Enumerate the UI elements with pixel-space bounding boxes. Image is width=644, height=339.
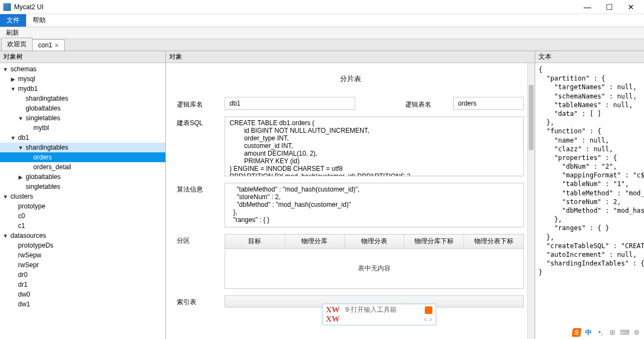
center-scrollbar[interactable] — [527, 63, 535, 339]
th-table-idx: 物理分表下标 — [464, 235, 523, 248]
tree-item-c1[interactable]: c1 — [0, 221, 165, 231]
tree-item-label: dw1 — [18, 300, 30, 308]
partition-table-empty: 表中无内容 — [225, 249, 524, 289]
tree-toggle-icon[interactable]: ▶ — [17, 174, 24, 180]
text-panel-header: 文本 — [535, 51, 644, 63]
tree-item-dw0[interactable]: dw0 — [0, 289, 165, 299]
tree-item-singletables[interactable]: ▼ singletables — [0, 113, 165, 123]
maximize-button[interactable]: ☐ — [604, 3, 615, 11]
tab-con1[interactable]: con1 ✕ — [32, 39, 65, 51]
tree-item-singletables[interactable]: singletables — [0, 182, 165, 192]
ime-candidate[interactable]: XW — [326, 315, 340, 324]
tree-item-prototype[interactable]: prototype — [0, 201, 165, 211]
tree-item-prototypeDs[interactable]: prototypeDs — [0, 241, 165, 250]
tab-label: 欢迎页 — [7, 40, 27, 49]
tree-toggle-icon[interactable]: ▼ — [2, 233, 9, 239]
partition-table-header: 目标 物理分库 物理分表 物理分库下标 物理分表下标 — [225, 234, 524, 249]
close-button[interactable]: ✕ — [626, 3, 636, 11]
tree-item-label: rwSepr — [18, 261, 39, 269]
tab-close-icon[interactable]: ✕ — [54, 42, 59, 48]
tree-item-rwSepw[interactable]: rwSepw — [0, 250, 165, 260]
tree-item-label: shardingtables — [26, 144, 68, 151]
tree-item-label: db1 — [18, 134, 29, 141]
tree-toggle-icon[interactable]: ▼ — [2, 194, 9, 200]
label-index-table: 索引表 — [177, 295, 215, 307]
tab-label: con1 — [38, 41, 52, 49]
tray-grid-icon[interactable]: ⊞ — [608, 328, 617, 337]
tree-item-clusters[interactable]: ▼ clusters — [0, 192, 165, 201]
tree-item-globaltables[interactable]: ▶ globaltables — [0, 172, 165, 182]
tree-item-dr0[interactable]: dr0 — [0, 270, 165, 280]
tree-item-label: rwSepw — [18, 251, 41, 259]
tree-item-label: dr1 — [18, 281, 27, 288]
tree-toggle-icon[interactable]: ▼ — [2, 66, 9, 72]
tree-item-label: c1 — [18, 222, 25, 230]
label-create-sql: 建表SQL — [177, 116, 215, 128]
tree-toggle-icon[interactable]: ▼ — [17, 145, 24, 151]
menu-help[interactable]: 帮助 — [26, 14, 52, 27]
tree-item-c0[interactable]: c0 — [0, 211, 165, 221]
tray-dots-icon[interactable]: •, — [596, 328, 605, 337]
label-table: 逻辑表名 — [405, 98, 443, 109]
input-schema[interactable] — [225, 97, 355, 110]
tree-item-globaltables[interactable]: globaltables — [0, 103, 165, 113]
tree-item-dw1[interactable]: dw1 — [0, 299, 165, 309]
tree-toggle-icon[interactable]: ▼ — [10, 86, 16, 92]
tray-settings-icon[interactable]: ⚙ — [632, 328, 641, 337]
system-tray: S 中 •, ⊞ ⌨ ⚙ — [572, 328, 641, 337]
tree-item-label: dr0 — [18, 271, 27, 279]
tree-item-mytbl[interactable]: mytbl — [0, 123, 165, 133]
window-titlebar: Mycat2 UI — ☐ ✕ — [0, 0, 644, 14]
textarea-algo[interactable] — [225, 183, 524, 227]
sidebar: 对象树 ▼ schemas▶ mysql▼ mydb1 shardingtabl… — [0, 51, 166, 339]
tree-item-label: clusters — [10, 193, 33, 200]
tab-welcome[interactable]: 欢迎页 — [1, 38, 33, 51]
tree-item-shardingtables[interactable]: shardingtables — [0, 94, 165, 103]
object-tree[interactable]: ▼ schemas▶ mysql▼ mydb1 shardingtables g… — [0, 63, 165, 339]
tree-item-dr1[interactable]: dr1 — [0, 280, 165, 289]
text-panel: 文本 { "partition" : { "targetNames" : nul… — [535, 51, 644, 339]
menu-file[interactable]: 文件 — [0, 14, 26, 27]
tree-item-label: singletables — [26, 114, 60, 122]
tree-item-db1[interactable]: ▼ db1 — [0, 133, 165, 143]
toolbar: 刷新 — [0, 27, 644, 39]
label-partition: 分区 — [177, 234, 215, 245]
ime-nav[interactable]: < > — [424, 316, 432, 323]
tree-item-orders[interactable]: orders — [0, 152, 165, 162]
scroll-thumb[interactable] — [529, 85, 534, 150]
tree-item-label: orders_detail — [33, 163, 71, 171]
tree-item-rwSepr[interactable]: rwSepr — [0, 260, 165, 270]
tree-panel-header: 对象树 — [0, 51, 165, 63]
tree-item-label: singletables — [26, 183, 60, 190]
tree-item-mydb1[interactable]: ▼ mydb1 — [0, 84, 165, 94]
th-db: 物理分库 — [285, 235, 345, 248]
tree-item-label: orders — [33, 153, 52, 161]
menubar: 文件 帮助 — [0, 14, 644, 27]
ime-input: XW — [326, 305, 340, 315]
tree-item-shardingtables[interactable]: ▼ shardingtables — [0, 143, 165, 152]
tree-item-label: dw0 — [18, 291, 30, 298]
th-table: 物理分表 — [345, 235, 405, 248]
ime-popup: XW 9 打开输入工具箱 XW < > — [322, 304, 436, 325]
ime-zhong-icon[interactable]: 中 — [584, 328, 593, 337]
tree-item-label: mytbl — [33, 124, 49, 132]
tree-toggle-icon[interactable]: ▼ — [10, 135, 16, 141]
sogou-icon[interactable]: S — [572, 328, 581, 337]
tree-item-label: shardingtables — [26, 95, 68, 102]
tree-toggle-icon[interactable]: ▶ — [10, 76, 16, 82]
minimize-button[interactable]: — — [582, 3, 593, 11]
tree-item-label: globaltables — [26, 173, 60, 181]
text-content[interactable]: { "partition" : { "targetNames" : null, … — [535, 63, 644, 339]
ime-hint: 9 打开输入工具箱 — [345, 305, 397, 315]
textarea-create-sql[interactable] — [225, 116, 524, 176]
app-icon — [3, 3, 11, 11]
input-table[interactable] — [453, 97, 524, 110]
tree-item-mysql[interactable]: ▶ mysql — [0, 74, 165, 84]
tree-item-orders_detail[interactable]: orders_detail — [0, 162, 165, 172]
th-target: 目标 — [225, 235, 285, 248]
tree-item-label: prototypeDs — [18, 242, 53, 249]
tree-item-schemas[interactable]: ▼ schemas — [0, 64, 165, 74]
tree-item-datasources[interactable]: ▼ datasources — [0, 231, 165, 241]
tree-toggle-icon[interactable]: ▼ — [17, 115, 24, 121]
tray-keyboard-icon[interactable]: ⌨ — [620, 328, 629, 337]
